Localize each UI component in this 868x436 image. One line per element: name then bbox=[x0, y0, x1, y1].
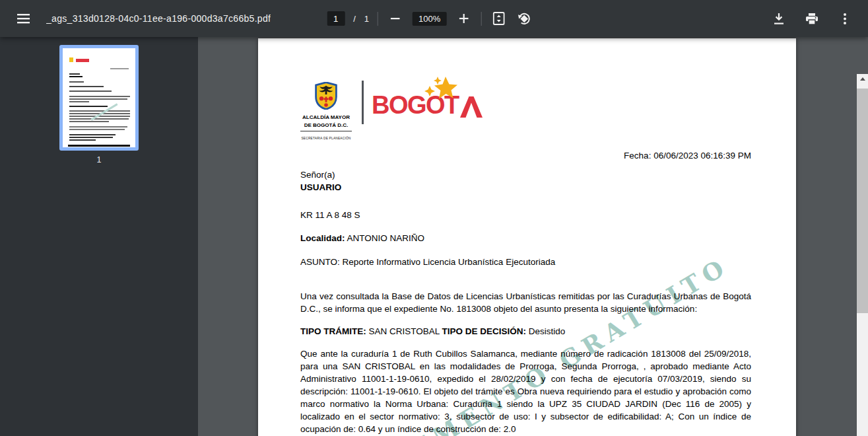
vertical-scrollbar[interactable] bbox=[857, 74, 868, 436]
pdf-page: DOCUMENTO GRATUITO ALCALDÍA MAYOR bbox=[258, 38, 796, 436]
alcaldia-name-line2: DE BOGOTÁ D.C. bbox=[298, 122, 354, 129]
tipo-line: TIPO TRÁMITE: SAN CRISTOBAL TIPO DE DECI… bbox=[300, 325, 751, 338]
tipo-tramite-value: SAN CRISTOBAL bbox=[366, 326, 442, 336]
thumbnail-content-line bbox=[69, 91, 112, 92]
recipient-address: KR 11 A 8 48 S bbox=[300, 209, 751, 221]
salutation: Señor(a) bbox=[300, 168, 751, 181]
thumbnail-content-line bbox=[69, 110, 130, 112]
document-title: _ags_313d0128-04c0-11ee-a196-000d3a7c66b… bbox=[46, 13, 271, 24]
toolbar-divider bbox=[378, 12, 378, 26]
download-icon[interactable] bbox=[770, 10, 787, 27]
recipient-name: USUARIO bbox=[300, 181, 751, 194]
fit-page-icon[interactable] bbox=[490, 10, 507, 27]
page-thumbnail[interactable] bbox=[59, 45, 139, 151]
thumbnail-content-line bbox=[69, 76, 83, 77]
locality-value: ANTONIO NARIÑO bbox=[345, 233, 425, 243]
toolbar-divider bbox=[481, 12, 481, 26]
thumbnail-content-line bbox=[69, 106, 108, 107]
scrollbar-thumb[interactable] bbox=[857, 89, 868, 313]
thumbnail-content-line bbox=[69, 86, 104, 87]
thumbnail-content-line bbox=[69, 118, 129, 120]
thumbnail-content-line bbox=[69, 139, 96, 141]
thumbnail-content-line bbox=[76, 59, 89, 62]
zoom-level[interactable]: 100% bbox=[413, 12, 446, 26]
tipo-tramite-label: TIPO TRÁMITE: bbox=[300, 326, 366, 336]
alcaldia-name-line1: ALCALDÍA MAYOR bbox=[298, 114, 354, 121]
thumbnail-sidebar: 1 bbox=[0, 37, 198, 436]
locality-line: Localidad: ANTONIO NARIÑO bbox=[300, 232, 751, 244]
alcaldia-secretaria: SECRETARIA DE PLANEACIÓN bbox=[300, 131, 352, 145]
thumbnail-content-line bbox=[69, 57, 73, 62]
zoom-in-icon[interactable] bbox=[455, 10, 472, 27]
zoom-out-icon[interactable] bbox=[387, 10, 404, 27]
letterhead: ALCALDÍA MAYOR DE BOGOTÁ D.C. SECRETARIA… bbox=[300, 77, 751, 131]
alcaldia-crest: ALCALDÍA MAYOR DE BOGOTÁ D.C. SECRETARIA… bbox=[298, 82, 354, 145]
menu-icon[interactable] bbox=[15, 10, 32, 27]
more-vert-icon[interactable] bbox=[836, 10, 853, 27]
thumbnail-content-line bbox=[69, 129, 125, 130]
date-line: Fecha: 06/06/2023 06:16:39 PM bbox=[300, 149, 751, 162]
thumbnail-content-line bbox=[69, 81, 84, 83]
bogota-stars-icon bbox=[417, 75, 459, 108]
thumbnail-content-line bbox=[69, 121, 109, 122]
rotate-icon[interactable] bbox=[516, 10, 533, 27]
print-icon[interactable] bbox=[803, 10, 820, 27]
logo-divider bbox=[362, 81, 364, 124]
thumbnail-content-line bbox=[68, 145, 130, 147]
thumbnail-page-number: 1 bbox=[97, 155, 102, 164]
intro-paragraph: Una vez consultada la Base de Datos de L… bbox=[300, 290, 751, 315]
pdf-viewer-canvas[interactable]: DOCUMENTO GRATUITO ALCALDÍA MAYOR bbox=[198, 37, 868, 436]
thumbnail-content-line bbox=[69, 73, 80, 75]
tipo-decision-label: TIPO DE DECISIÓN: bbox=[442, 326, 527, 336]
page-total: 1 bbox=[364, 14, 369, 24]
thumbnail-content-line bbox=[69, 96, 130, 97]
tipo-decision-value: Desistido bbox=[526, 326, 565, 336]
thumbnail-content-line bbox=[81, 148, 117, 149]
page-separator: / bbox=[353, 14, 356, 24]
subject-line: ASUNTO: Reporte Informativo Licencia Urb… bbox=[300, 256, 751, 268]
page-number-input[interactable] bbox=[327, 11, 345, 26]
bogota-coat-of-arms-icon bbox=[312, 82, 340, 110]
thumbnail-content-line bbox=[69, 134, 116, 135]
locality-label: Localidad: bbox=[300, 233, 345, 243]
thumbnail-content-line bbox=[69, 126, 127, 127]
bogota-logo: BOGOT bbox=[372, 92, 483, 118]
thumbnail-content-line bbox=[69, 101, 89, 102]
thumbnail-content-line bbox=[69, 98, 127, 100]
bogota-caret-icon bbox=[460, 96, 483, 118]
thumbnail-content-line bbox=[69, 137, 113, 138]
pdf-toolbar: _ags_313d0128-04c0-11ee-a196-000d3a7c66b… bbox=[0, 0, 868, 37]
thumbnail-content-line bbox=[110, 68, 129, 69]
body-paragraph: Que ante la curaduría 1 de Ruth Cubillos… bbox=[300, 347, 751, 435]
scroll-up-icon[interactable] bbox=[857, 74, 868, 83]
